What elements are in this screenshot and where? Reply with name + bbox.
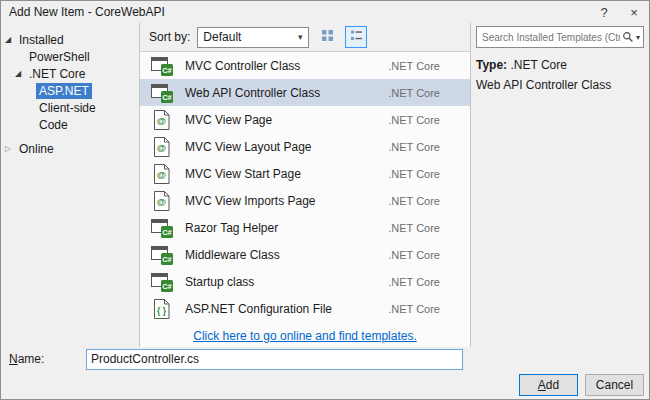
- tree-item-label: PowerShell: [26, 49, 93, 65]
- sort-by-label: Sort by:: [149, 30, 190, 44]
- online-link-row: Click here to go online and find templat…: [140, 325, 470, 347]
- template-row-mvc-view-page[interactable]: @MVC View Page.NET Core: [140, 106, 470, 133]
- template-description: Web API Controller Class: [476, 78, 644, 92]
- svg-text:C#: C#: [162, 255, 172, 264]
- view-page-icon: @: [150, 109, 176, 131]
- chevron-down-icon: ▾: [292, 32, 308, 42]
- tree-item-powershell[interactable]: PowerShell: [1, 48, 139, 65]
- svg-text:@: @: [157, 115, 166, 126]
- small-icons-view-button[interactable]: [316, 26, 338, 48]
- template-name: Startup class: [176, 275, 388, 289]
- search-box[interactable]: ▾: [476, 26, 644, 48]
- svg-text:@: @: [157, 142, 166, 153]
- tree-item-net-core[interactable]: ◢.NET Core: [1, 65, 139, 82]
- sort-dropdown-value: Default: [198, 30, 292, 44]
- tree-item-label: ASP.NET: [36, 83, 92, 99]
- window-title: Add New Item - CoreWebAPI: [1, 5, 589, 19]
- tree-item-label: Installed: [16, 32, 67, 48]
- category-tree: ◢InstalledPowerShell◢.NET CoreASP.NETCli…: [1, 23, 139, 347]
- svg-text:C#: C#: [162, 282, 172, 291]
- view-page-icon: @: [150, 136, 176, 158]
- csharp-class-icon: C#: [150, 244, 176, 266]
- template-row-mvc-view-imports-page[interactable]: @MVC View Imports Page.NET Core: [140, 187, 470, 214]
- list-view-icon: [350, 29, 363, 45]
- details-pane: ▾ Type: .NET Core Web API Controller Cla…: [471, 23, 649, 347]
- titlebar[interactable]: Add New Item - CoreWebAPI ? ×: [1, 1, 649, 23]
- template-platform: .NET Core: [388, 276, 440, 288]
- tree-item-client-side[interactable]: Client-side: [1, 99, 139, 116]
- config-file-icon: { }: [150, 298, 176, 320]
- template-name: Middleware Class: [176, 248, 388, 262]
- template-name: ASP.NET Configuration File: [176, 302, 388, 316]
- name-row: Name:: [1, 347, 649, 371]
- template-row-razor-tag-helper[interactable]: C#Razor Tag Helper.NET Core: [140, 214, 470, 241]
- csharp-class-icon: C#: [150, 82, 176, 104]
- template-platform: .NET Core: [388, 195, 440, 207]
- template-row-web-api-controller-class[interactable]: C#Web API Controller Class.NET Core: [140, 79, 470, 106]
- search-chevron-down-icon[interactable]: ▾: [634, 33, 640, 42]
- tree-item-label: Client-side: [36, 100, 99, 116]
- type-value: .NET Core: [507, 58, 567, 72]
- svg-text:C#: C#: [162, 93, 172, 102]
- template-row-mvc-view-start-page[interactable]: @MVC View Start Page.NET Core: [140, 160, 470, 187]
- template-name: Web API Controller Class: [176, 86, 388, 100]
- svg-text:C#: C#: [162, 228, 172, 237]
- online-templates-link[interactable]: Click here to go online and find templat…: [193, 329, 416, 343]
- csharp-class-icon: C#: [150, 217, 176, 239]
- view-page-icon: @: [150, 163, 176, 185]
- tree-item-label: .NET Core: [26, 66, 88, 82]
- add-rest: dd: [546, 378, 559, 392]
- button-row: Add Cancel: [1, 371, 649, 399]
- add-button[interactable]: Add: [519, 374, 578, 396]
- template-platform: .NET Core: [388, 249, 440, 261]
- type-label: Type:: [476, 58, 507, 72]
- close-button[interactable]: ×: [619, 1, 649, 23]
- help-button[interactable]: ?: [589, 1, 619, 23]
- search-input[interactable]: [480, 31, 622, 44]
- tree-expander-icon[interactable]: ▷: [5, 144, 16, 153]
- tree-item-code[interactable]: Code: [1, 116, 139, 133]
- name-label-rest: ame:: [18, 352, 45, 366]
- template-platform: .NET Core: [388, 87, 440, 99]
- template-pane: Sort by: Default ▾ C#MVC Controlle: [139, 23, 471, 347]
- name-label-accelerator: N: [9, 352, 18, 366]
- template-list: C#MVC Controller Class.NET CoreC#Web API…: [140, 52, 470, 325]
- template-name: Razor Tag Helper: [176, 221, 388, 235]
- template-platform: .NET Core: [388, 60, 440, 72]
- svg-text:C#: C#: [162, 66, 172, 75]
- template-row-startup-class[interactable]: C#Startup class.NET Core: [140, 268, 470, 295]
- name-input[interactable]: [86, 349, 463, 370]
- template-name: MVC View Imports Page: [176, 194, 388, 208]
- tree-item-installed[interactable]: ◢Installed: [1, 31, 139, 48]
- template-row-mvc-view-layout-page[interactable]: @MVC View Layout Page.NET Core: [140, 133, 470, 160]
- svg-text:@: @: [157, 169, 166, 180]
- template-platform: .NET Core: [388, 141, 440, 153]
- cancel-button[interactable]: Cancel: [585, 374, 644, 396]
- tree-item-online[interactable]: ▷Online: [1, 140, 139, 157]
- view-page-icon: @: [150, 190, 176, 212]
- list-view-button[interactable]: [345, 26, 367, 48]
- dialog-body: ◢InstalledPowerShell◢.NET CoreASP.NETCli…: [1, 23, 649, 347]
- template-platform: .NET Core: [388, 222, 440, 234]
- type-line: Type: .NET Core: [476, 58, 644, 72]
- tree-item-asp-net[interactable]: ASP.NET: [1, 82, 139, 99]
- template-name: MVC View Page: [176, 113, 388, 127]
- template-row-asp-net-configuration-file[interactable]: { }ASP.NET Configuration File.NET Core: [140, 295, 470, 322]
- sort-dropdown[interactable]: Default ▾: [197, 27, 309, 48]
- add-accelerator: A: [538, 378, 546, 392]
- sort-toolbar: Sort by: Default ▾: [140, 23, 470, 51]
- template-row-mvc-controller-class[interactable]: C#MVC Controller Class.NET Core: [140, 52, 470, 79]
- tree-expander-icon[interactable]: ◢: [15, 69, 26, 78]
- svg-text:@: @: [157, 196, 166, 207]
- csharp-class-icon: C#: [150, 271, 176, 293]
- tree-expander-icon[interactable]: ◢: [5, 35, 16, 44]
- template-name: MVC Controller Class: [176, 59, 388, 73]
- template-platform: .NET Core: [388, 168, 440, 180]
- search-icon[interactable]: [622, 31, 634, 43]
- template-name: MVC View Start Page: [176, 167, 388, 181]
- template-row-middleware-class[interactable]: C#Middleware Class.NET Core: [140, 241, 470, 268]
- small-icons-view-icon: [321, 29, 334, 45]
- add-new-item-dialog: Add New Item - CoreWebAPI ? × ◢Installed…: [0, 0, 650, 400]
- svg-text:{ }: { }: [157, 305, 167, 315]
- template-list-container: C#MVC Controller Class.NET CoreC#Web API…: [140, 51, 470, 347]
